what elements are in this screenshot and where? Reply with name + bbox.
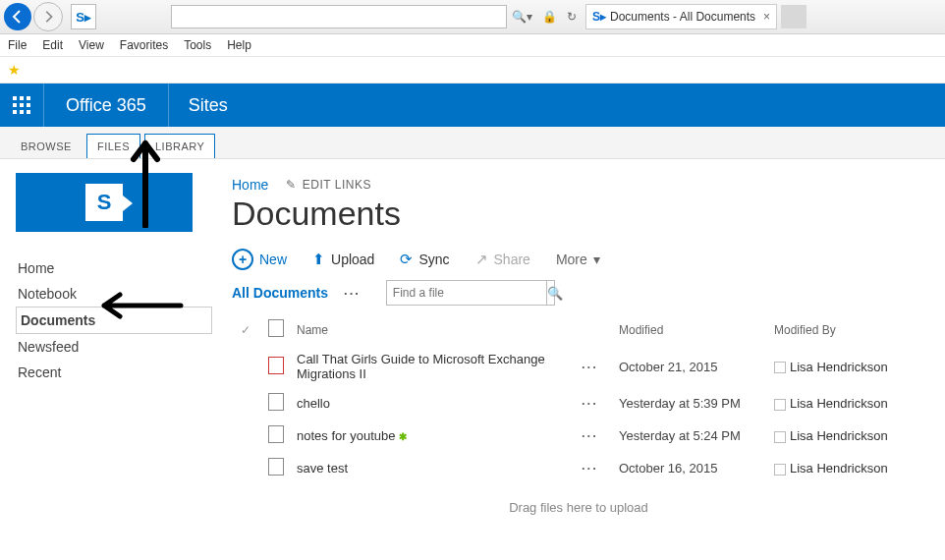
- table-row[interactable]: save test···October 16, 2015Lisa Hendric…: [232, 452, 925, 484]
- browser-menu-bar: File Edit View Favorites Tools Help: [0, 34, 945, 57]
- row-name[interactable]: save test: [293, 452, 578, 484]
- favorite-star-icon[interactable]: ★: [8, 62, 21, 78]
- refresh-icon[interactable]: ↻: [564, 10, 580, 24]
- browser-toolbar: S▸ 🔍▾ 🔒 ↻ S▸ Documents - All Documents ×: [0, 0, 945, 34]
- row-name[interactable]: Call That Girls Guide to Microsoft Excha…: [293, 346, 578, 387]
- svg-rect-2: [27, 96, 30, 100]
- row-modified-by[interactable]: Lisa Hendrickson: [770, 420, 925, 452]
- row-select[interactable]: [232, 346, 259, 387]
- edit-links-button[interactable]: ✎ EDIT LINKS: [286, 178, 371, 192]
- row-type-icon: [259, 452, 293, 484]
- nav-item-newsfeed[interactable]: Newsfeed: [16, 334, 212, 360]
- row-type-icon: [259, 387, 293, 420]
- security-lock-icon[interactable]: 🔒: [539, 10, 560, 24]
- more-label: More: [556, 252, 587, 267]
- sharepoint-logo-icon: S: [85, 184, 123, 221]
- row-select[interactable]: [232, 420, 259, 452]
- find-file-input[interactable]: [387, 286, 546, 300]
- row-modified-by[interactable]: Lisa Hendrickson: [770, 387, 925, 420]
- col-modified-by[interactable]: Modified By: [770, 313, 925, 346]
- close-tab-icon[interactable]: ×: [763, 10, 770, 24]
- view-menu-button[interactable]: ···: [344, 286, 361, 301]
- upload-label: Upload: [331, 252, 374, 267]
- row-modified: October 16, 2015: [615, 452, 770, 484]
- row-type-icon: [259, 420, 293, 452]
- row-menu-button[interactable]: ···: [578, 387, 615, 420]
- more-button[interactable]: More ▾: [556, 252, 600, 267]
- search-dropdown-icon[interactable]: 🔍▾: [509, 10, 535, 24]
- nav-item-recent[interactable]: Recent: [16, 360, 212, 385]
- table-row[interactable]: notes for youtube✱···Yesterday at 5:24 P…: [232, 420, 925, 452]
- suite-bar: Office 365 Sites: [0, 84, 945, 127]
- browser-tab[interactable]: S▸ Documents - All Documents ×: [585, 4, 777, 29]
- documents-table: ✓ Name Modified Modified By Call That Gi…: [232, 313, 925, 484]
- new-tab-button[interactable]: [781, 5, 806, 28]
- back-button[interactable]: [4, 3, 31, 30]
- current-view-name[interactable]: All Documents: [232, 285, 328, 301]
- row-menu-button[interactable]: ···: [578, 346, 615, 387]
- breadcrumb: Home ✎ EDIT LINKS: [232, 177, 925, 193]
- presence-icon: [774, 464, 786, 476]
- menu-favorites[interactable]: Favorites: [120, 38, 168, 52]
- share-button[interactable]: ↗ Share: [475, 251, 530, 268]
- menu-edit[interactable]: Edit: [42, 38, 63, 52]
- row-name[interactable]: notes for youtube✱: [293, 420, 578, 452]
- address-bar[interactable]: [171, 5, 507, 28]
- suite-sites[interactable]: Sites: [169, 95, 248, 116]
- annotation-arrow-down: [126, 130, 165, 228]
- upload-button[interactable]: ⬆ Upload: [312, 251, 374, 268]
- row-name[interactable]: chello: [293, 387, 578, 420]
- share-icon: ↗: [475, 251, 488, 268]
- nav-item-home[interactable]: Home: [16, 255, 212, 281]
- svg-rect-5: [27, 103, 30, 107]
- suite-brand[interactable]: Office 365: [44, 84, 169, 127]
- new-button[interactable]: + New: [232, 249, 287, 270]
- table-row[interactable]: chello···Yesterday at 5:39 PMLisa Hendri…: [232, 387, 925, 420]
- new-badge-icon: ✱: [399, 431, 407, 442]
- favorites-bar: ★: [0, 57, 945, 84]
- edit-links-label: EDIT LINKS: [303, 178, 371, 192]
- menu-tools[interactable]: Tools: [184, 38, 211, 52]
- col-modified[interactable]: Modified: [615, 313, 770, 346]
- onenote-icon: [268, 393, 284, 411]
- quick-launch-nav: HomeNotebookDocumentsNewsfeedRecent: [16, 255, 212, 385]
- site-logo[interactable]: S: [16, 173, 193, 232]
- forward-button[interactable]: [33, 2, 63, 31]
- table-row[interactable]: Call That Girls Guide to Microsoft Excha…: [232, 346, 925, 387]
- search-icon[interactable]: 🔍: [546, 281, 563, 305]
- chevron-down-icon: ▾: [593, 252, 600, 267]
- select-all-header[interactable]: ✓: [232, 313, 259, 346]
- address-bar-controls: 🔍▾ 🔒 ↻: [509, 10, 580, 24]
- menu-help[interactable]: Help: [227, 38, 251, 52]
- type-header[interactable]: [259, 313, 293, 346]
- upload-icon: ⬆: [312, 251, 325, 268]
- view-bar: All Documents ··· 🔍: [232, 280, 925, 306]
- svg-rect-1: [20, 96, 24, 100]
- svg-rect-3: [13, 103, 17, 107]
- plus-circle-icon: +: [232, 249, 253, 270]
- app-launcher-button[interactable]: [0, 84, 44, 127]
- sync-button[interactable]: ⟳ Sync: [400, 251, 449, 268]
- page-title: Documents: [232, 195, 925, 233]
- presence-icon: [774, 362, 786, 373]
- left-column: S HomeNotebookDocumentsNewsfeedRecent: [0, 159, 212, 531]
- svg-rect-6: [13, 110, 17, 114]
- row-modified-by[interactable]: Lisa Hendrickson: [770, 452, 925, 484]
- ribbon-tab-browse[interactable]: BROWSE: [10, 134, 83, 158]
- browser-tab-title: Documents - All Documents: [610, 10, 755, 24]
- row-modified-by[interactable]: Lisa Hendrickson: [770, 346, 925, 387]
- col-name[interactable]: Name: [293, 313, 578, 346]
- breadcrumb-home[interactable]: Home: [232, 177, 268, 193]
- row-select[interactable]: [232, 387, 259, 420]
- row-menu-button[interactable]: ···: [578, 420, 615, 452]
- row-modified: Yesterday at 5:24 PM: [615, 420, 770, 452]
- row-type-icon: [259, 346, 293, 387]
- new-label: New: [259, 252, 287, 267]
- onenote-icon: [268, 425, 284, 443]
- menu-view[interactable]: View: [79, 38, 104, 52]
- sharepoint-url-icon: S▸: [71, 4, 96, 29]
- annotation-arrow-left: [98, 291, 187, 320]
- row-select[interactable]: [232, 452, 259, 484]
- menu-file[interactable]: File: [8, 38, 27, 52]
- row-menu-button[interactable]: ···: [578, 452, 615, 484]
